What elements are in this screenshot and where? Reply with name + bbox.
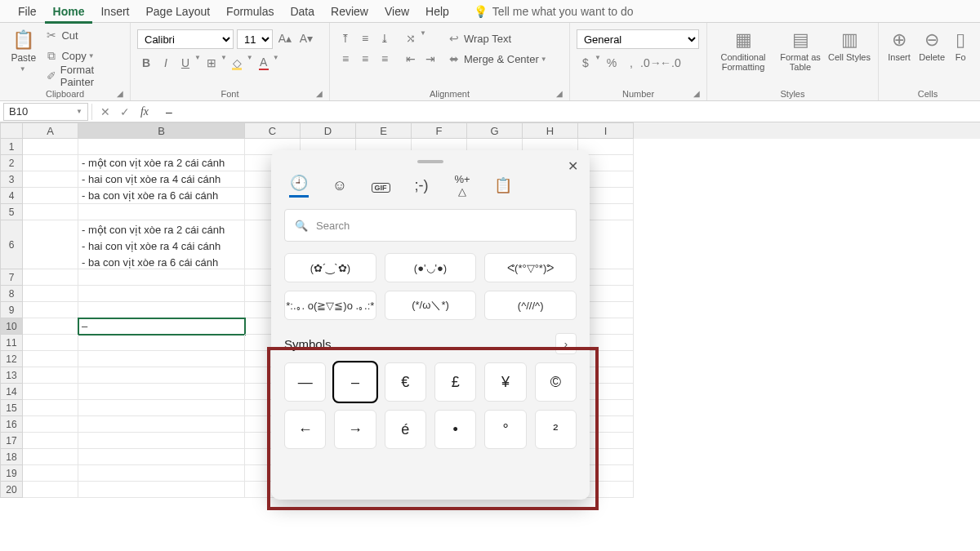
cell-A2[interactable]: [23, 155, 78, 171]
cell-B19[interactable]: [78, 465, 245, 482]
font-color-button[interactable]: A: [255, 54, 273, 72]
row-header-1[interactable]: 1: [0, 139, 23, 155]
percent-icon[interactable]: %: [603, 54, 621, 72]
tab-data[interactable]: Data: [282, 2, 323, 21]
cell-A4[interactable]: [23, 188, 78, 204]
format-cell-button[interactable]: ▯Fo: [951, 26, 970, 62]
kaomoji-item-1[interactable]: (*/ω＼*): [385, 291, 477, 320]
kaomoji-item-0[interactable]: (✿´‿`✿): [284, 253, 376, 282]
symbol-item-1[interactable]: –: [334, 362, 376, 402]
row-header-10[interactable]: 10: [0, 318, 23, 335]
cell-A16[interactable]: [23, 416, 78, 433]
panel-search-input[interactable]: 🔍 Search: [284, 209, 577, 242]
paste-button[interactable]: 📋 Paste ▼: [7, 26, 40, 73]
dialog-launcher-icon[interactable]: ◢: [316, 89, 323, 98]
cell-B17[interactable]: [78, 433, 245, 449]
tab-home[interactable]: Home: [45, 2, 93, 24]
format-as-table-button[interactable]: ▤Format as Table: [774, 26, 826, 72]
col-header-H[interactable]: H: [523, 122, 578, 139]
row-header-14[interactable]: 14: [0, 384, 23, 400]
tab-emoji-icon[interactable]: ☺: [330, 177, 350, 194]
merge-center-button[interactable]: ⬌Merge & Center▼: [448, 50, 547, 68]
cell-B4[interactable]: - ba con vịt xòe ra 6 cái cánh: [78, 188, 245, 204]
copy-button[interactable]: ⧉Copy▼: [45, 47, 123, 64]
row-header-16[interactable]: 16: [0, 416, 23, 433]
cell-B6[interactable]: - một con vịt xòe ra 2 cái cánh - hai co…: [78, 220, 245, 269]
tab-insert[interactable]: Insert: [92, 2, 137, 21]
col-header-B[interactable]: B: [78, 122, 245, 139]
cell-A17[interactable]: [23, 433, 78, 449]
row-header-9[interactable]: 9: [0, 302, 23, 318]
symbols-more-button[interactable]: ›: [555, 333, 577, 354]
cell-B11[interactable]: [78, 335, 245, 351]
italic-button[interactable]: I: [157, 54, 175, 72]
tell-me[interactable]: 💡 Tell me what you want to do: [474, 5, 634, 18]
cell-A15[interactable]: [23, 400, 78, 416]
cut-button[interactable]: ✂Cut: [45, 26, 123, 44]
row-header-20[interactable]: 20: [0, 482, 23, 498]
border-button[interactable]: ⊞: [203, 54, 220, 72]
col-header-F[interactable]: F: [412, 122, 467, 139]
tab-page-layout[interactable]: Page Layout: [137, 2, 218, 21]
row-header-8[interactable]: 8: [0, 286, 23, 302]
cell-A13[interactable]: [23, 367, 78, 384]
cell-A1[interactable]: [23, 139, 78, 155]
row-header-7[interactable]: 7: [0, 269, 23, 286]
align-middle-icon[interactable]: ≡: [356, 29, 374, 47]
cell-B3[interactable]: - hai con vịt xòe ra 4 cái cánh: [78, 171, 245, 188]
tab-help[interactable]: Help: [417, 2, 457, 21]
row-header-19[interactable]: 19: [0, 465, 23, 482]
align-bottom-icon[interactable]: ⤓: [376, 29, 394, 47]
cell-A5[interactable]: [23, 204, 78, 220]
symbol-item-2[interactable]: é: [385, 410, 426, 449]
currency-icon[interactable]: $: [577, 54, 595, 72]
panel-drag-handle[interactable]: [417, 160, 443, 163]
cell-B8[interactable]: [78, 286, 245, 302]
symbol-item-3[interactable]: •: [434, 410, 476, 449]
delete-cell-button[interactable]: ⊖Delete: [918, 26, 946, 62]
tab-formulas[interactable]: Formulas: [218, 2, 282, 21]
cell-A10[interactable]: [23, 318, 78, 335]
cell-B1[interactable]: [78, 139, 245, 155]
tab-review[interactable]: Review: [323, 2, 376, 21]
symbol-item-3[interactable]: £: [434, 362, 476, 402]
cell-B16[interactable]: [78, 416, 245, 433]
cell-A11[interactable]: [23, 335, 78, 351]
dialog-launcher-icon[interactable]: ◢: [693, 89, 700, 98]
col-header-A[interactable]: A: [23, 122, 78, 139]
col-header-E[interactable]: E: [356, 122, 412, 139]
cell-B13[interactable]: [78, 367, 245, 384]
symbol-item-0[interactable]: ←: [284, 410, 326, 449]
col-header-C[interactable]: C: [245, 122, 301, 139]
cell-A3[interactable]: [23, 171, 78, 188]
cell-A20[interactable]: [23, 482, 78, 498]
insert-cell-button[interactable]: ⊕Insert: [885, 26, 913, 62]
symbol-item-5[interactable]: ©: [535, 362, 577, 402]
close-button[interactable]: ✕: [568, 158, 578, 174]
kaomoji-item-2[interactable]: (^///^): [484, 291, 577, 320]
cell-B14[interactable]: [78, 384, 245, 400]
row-header-17[interactable]: 17: [0, 433, 23, 449]
select-all-corner[interactable]: [0, 122, 23, 139]
indent-decrease-icon[interactable]: ⇤: [402, 50, 420, 68]
cell-styles-button[interactable]: ▥Cell Styles: [828, 26, 871, 62]
col-header-I[interactable]: I: [578, 122, 634, 139]
cell-B5[interactable]: [78, 204, 245, 220]
tab-clipboard-icon[interactable]: 📋: [493, 176, 513, 194]
formula-bar[interactable]: –: [158, 105, 980, 118]
increase-decimal-icon[interactable]: .0→: [642, 54, 660, 72]
cell-B7[interactable]: [78, 269, 245, 286]
number-format-combo[interactable]: General: [577, 29, 699, 49]
orientation-icon[interactable]: ⤭: [402, 29, 420, 47]
fill-color-button[interactable]: ◇: [229, 54, 247, 72]
wrap-text-button[interactable]: ↩Wrap Text: [448, 29, 547, 47]
format-painter-button[interactable]: ✐Format Painter: [45, 67, 123, 85]
name-box[interactable]: B10▼: [3, 103, 88, 121]
align-right-icon[interactable]: ≡: [376, 50, 394, 68]
tab-view[interactable]: View: [376, 2, 417, 21]
cell-B10[interactable]: –: [78, 318, 245, 335]
comma-icon[interactable]: ,: [622, 54, 640, 72]
tab-kaomoji-icon[interactable]: ;-): [412, 177, 431, 194]
row-header-5[interactable]: 5: [0, 204, 23, 220]
cell-B9[interactable]: [78, 302, 245, 318]
